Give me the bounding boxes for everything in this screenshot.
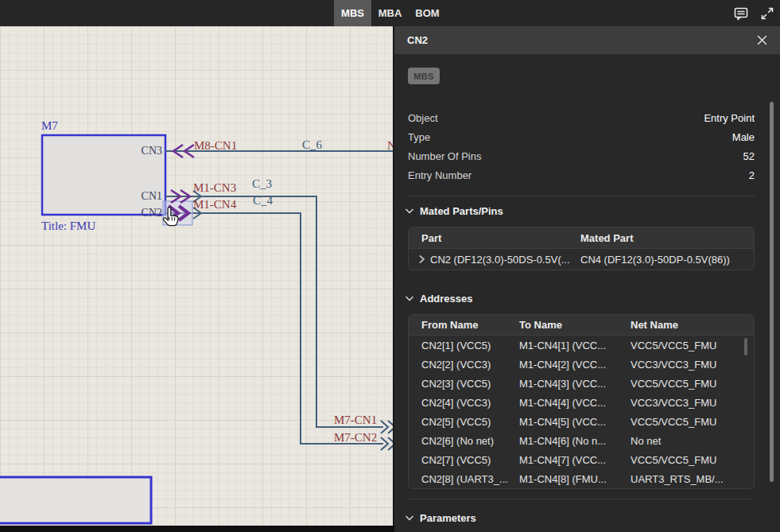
to-cell: M1-CN4[3] (VCC... [519,374,631,393]
property-row-type: Type Male [408,127,755,146]
property-value: Entry Point [704,112,755,124]
property-label: Number Of Pins [408,150,743,162]
address-row[interactable]: CN2[1] (VCC5) M1-CN4[1] (VCC... VCC5/VCC… [409,336,754,355]
address-row[interactable]: CN2[3] (VCC5) M1-CN4[3] (VCC... VCC5/VCC… [409,374,754,393]
bottom-left-component-box[interactable] [0,477,151,523]
panel-title: CN2 [407,34,755,46]
net-cell: VCC3/VCC3_FMU [631,355,754,374]
table-header-row: From Name To Name Net Name [409,315,754,336]
property-row-entry-number: Entry Number 2 [408,165,755,184]
variant-badge-mbs[interactable]: MBS [408,68,440,84]
pin-label-cn2: CN2 [135,207,162,219]
net-cell: VCC5/VCC5_FMU [631,450,754,469]
from-cell: CN2[6] (No net) [409,431,519,450]
to-cell: M1-CN4[6] (No n... [519,431,631,450]
address-row[interactable]: CN2[7] (VCC5) M1-CN4[7] (VCC... VCC5/VCC… [409,450,754,469]
schematic-canvas[interactable]: M7 CN3 CN1 CN2 Title: FMU M8-CN1 C_6 N M… [0,26,393,526]
net-label-c3: C_3 [252,177,272,191]
column-header-net-name: Net Name [631,315,754,335]
tab-mbs[interactable]: MBS [334,0,371,26]
chevron-down-icon [406,296,413,302]
from-cell: CN2[1] (VCC5) [409,336,519,355]
fullscreen-expand-icon[interactable] [759,6,775,21]
harness-label-m1-cn3: M1-CN3 [193,181,236,195]
mated-parts-table: Part Mated Part CN2 (DF12(3.0)-50DS-0.5V… [408,227,755,270]
wire-cn1-c3[interactable] [165,196,383,427]
property-list: Object Entry Point Type Male Number Of P… [408,108,755,184]
from-cell: CN2[5] (VCC5) [409,412,519,431]
panel-scrollbar-thumb[interactable] [770,102,774,482]
address-row[interactable]: CN2[4] (VCC3) M1-CN4[4] (VCC... VCC3/VCC… [409,393,754,412]
component-ref-label: M7 [41,119,58,133]
property-label: Object [408,112,704,124]
section-addresses[interactable]: Addresses [406,293,472,305]
net-label-c6: C_6 [302,138,322,152]
harness-label-m8-cn1: M8-CN1 [194,139,237,153]
to-cell: M1-CN4[4] (VCC... [519,393,631,412]
chevron-right-icon[interactable] [419,255,425,263]
property-value: 52 [743,150,755,162]
wire-cn2-c4[interactable] [165,213,383,444]
column-header-part: Part [409,227,580,248]
schematic-drawing [0,26,393,526]
section-divider [408,499,755,499]
to-cell: M1-CN4[7] (VCC... [519,450,631,469]
net-cell: UART3_RTS_MB/... [631,469,754,488]
to-cell: M1-CN4[5] (VCC... [519,412,631,431]
table-header-row: Part Mated Part [409,227,754,249]
from-cell: CN2[7] (VCC5) [409,450,519,469]
pin-label-cn3: CN3 [135,145,162,157]
property-label: Type [408,131,732,143]
section-parameters[interactable]: Parameters [406,512,476,524]
pin-label-cn1: CN1 [135,190,162,203]
addresses-table: From Name To Name Net Name CN2[1] (VCC5)… [408,314,755,489]
close-icon[interactable] [755,33,769,48]
net-cell: No net [631,431,754,450]
part-cell: CN2 (DF12(3.0)-50DS-0.5V(... [430,254,570,266]
property-row-object: Object Entry Point [408,108,755,127]
column-header-to-name: To Name [519,315,631,335]
section-title: Addresses [420,293,472,305]
column-header-mated-part: Mated Part [580,227,754,248]
table-scrollbar[interactable] [744,338,747,355]
panel-scrollbar[interactable] [770,55,774,530]
chevron-down-icon [406,208,413,215]
address-row[interactable]: CN2[2] (VCC3) M1-CN4[2] (VCC... VCC3/VCC… [409,355,754,374]
from-cell: CN2[8] (UART3_... [409,469,519,488]
tab-mba[interactable]: MBA [371,0,409,26]
net-cell: VCC5/VCC5_FMU [631,412,754,431]
section-divider [408,196,755,196]
section-title: Parameters [420,512,476,524]
property-row-number-of-pins: Number Of Pins 52 [408,146,755,165]
toolbar-icon-group [733,0,775,26]
sheet-title-label: Title: FMU [41,219,95,233]
property-label: Entry Number [408,169,749,181]
properties-panel: CN2 MBS Object Entry Point Type Male Num… [394,26,780,532]
net-cell: VCC5/VCC5_FMU [631,374,754,393]
net-cell: VCC5/VCC5_FMU [631,336,754,355]
mated-part-cell: CN4 (DF12(3.0)-50DP-0.5V(86)) [580,249,754,270]
property-value: 2 [749,169,755,181]
harness-label-m1-cn4: M1-CN4 [193,198,236,212]
column-header-from-name: From Name [409,315,519,335]
harness-label-m7-cn2: M7-CN2 [334,431,377,445]
address-row[interactable]: CN2[8] (UART3_... M1-CN4[8] (FMU... UART… [409,469,754,488]
section-mated-parts[interactable]: Mated Parts/Pins [406,205,503,217]
to-cell: M1-CN4[8] (FMU... [519,469,631,488]
app-window: MBS MBA BOM [0,0,780,532]
address-row[interactable]: CN2[6] (No net) M1-CN4[6] (No n... No ne… [409,431,754,450]
property-value: Male [732,131,755,143]
chevron-down-icon [406,515,413,522]
panel-header: CN2 [394,26,780,54]
mated-parts-row[interactable]: CN2 (DF12(3.0)-50DS-0.5V(... CN4 (DF12(3… [409,249,754,270]
to-cell: M1-CN4[1] (VCC... [519,336,631,355]
from-cell: CN2[3] (VCC5) [409,374,519,393]
comments-icon[interactable] [733,6,749,21]
tab-bom[interactable]: BOM [409,0,446,26]
net-cell: VCC3/VCC3_FMU [631,393,754,412]
from-cell: CN2[2] (VCC3) [409,355,519,374]
harness-label-m7-cn1: M7-CN1 [334,414,377,427]
address-row[interactable]: CN2[5] (VCC5) M1-CN4[5] (VCC... VCC5/VCC… [409,412,754,431]
bottom-edge-strip [0,526,394,532]
section-title: Mated Parts/Pins [420,205,503,217]
